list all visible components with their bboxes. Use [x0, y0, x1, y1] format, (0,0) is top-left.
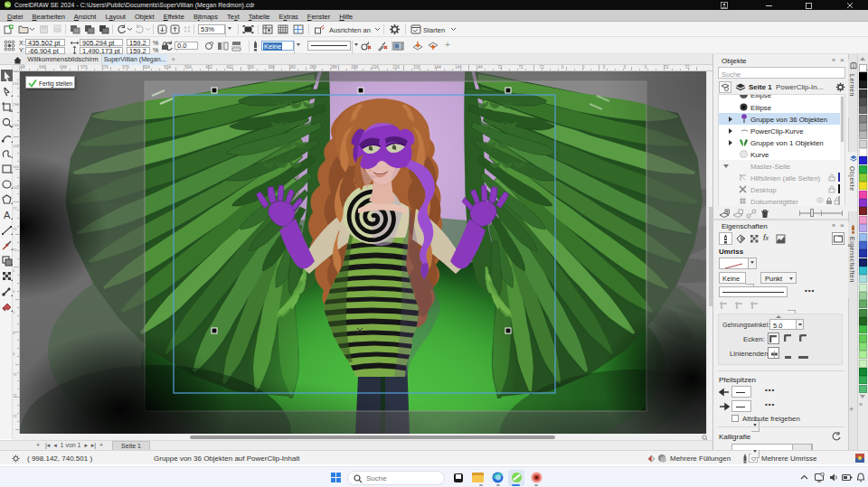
svg-text:A: A	[4, 210, 11, 220]
